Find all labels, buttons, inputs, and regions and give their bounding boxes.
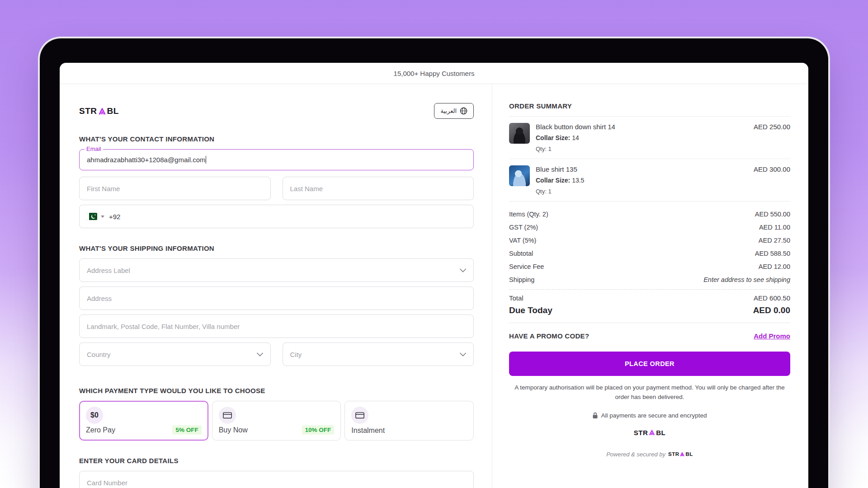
item-qty: Qty: 1 (536, 188, 748, 195)
zero-pay-icon: $0 (86, 407, 103, 424)
payment-option-label: Zero Pay (86, 426, 115, 434)
announcement-bar: 15,000+ Happy Customers (60, 63, 808, 84)
add-promo-link[interactable]: Add Promo (754, 332, 790, 340)
credit-card-icon (351, 407, 368, 424)
first-name-field-wrap (79, 177, 271, 200)
totals-row-gst: GST (2%) AED 11.00 (509, 224, 790, 231)
language-switch-button[interactable]: العربية (434, 103, 474, 119)
city-select[interactable]: City (283, 343, 474, 366)
place-order-button[interactable]: PLACE ORDER (509, 352, 790, 376)
total-row: Total AED 600.50 (509, 294, 790, 302)
strabl-a-icon (648, 429, 656, 436)
shipping-hint: Enter address to see shipping (703, 276, 790, 283)
totals-label: VAT (5%) (509, 237, 536, 244)
landmark-input[interactable] (87, 323, 466, 330)
item-name: Black button down shirt 14 (536, 123, 748, 131)
checkout-form-pane: STR BL العربية (60, 84, 492, 488)
attr-label: Collar Size: (536, 177, 570, 184)
strabl-a-icon (98, 107, 107, 116)
due-today-row: Due Today AED 0.00 (509, 305, 790, 323)
payment-option-label: Instalment (351, 427, 385, 435)
country-code-dropdown-caret[interactable] (101, 216, 104, 218)
totals-value: AED 27.50 (759, 237, 790, 244)
address-field-wrap (79, 286, 474, 310)
payment-option-label: Buy Now (219, 426, 248, 434)
logo-text-right: BL (685, 451, 693, 457)
logo-text-left: STR (79, 106, 97, 116)
email-floating-label: Email (85, 145, 103, 152)
secure-note-text: All payments are secure and encrypted (601, 412, 707, 419)
country-placeholder: Country (87, 351, 111, 358)
total-value: AED 600.50 (754, 294, 790, 302)
order-summary-heading: ORDER SUMMARY (509, 102, 790, 110)
product-thumbnail-black-shirt (509, 123, 530, 144)
item-price: AED 300.00 (754, 165, 790, 195)
discount-badge: 5% OFF (172, 425, 201, 435)
card-number-field-wrap (79, 471, 474, 488)
phone-field[interactable]: +92 (79, 205, 474, 228)
strabl-logo-footer: STR BL (634, 429, 666, 436)
last-name-input[interactable] (290, 185, 467, 192)
totals-row-shipping: Shipping Enter address to see shipping (509, 276, 790, 283)
totals-row-vat: VAT (5%) AED 27.50 (509, 237, 790, 244)
email-value: ahmadrazabhatti30+1208a@gmail.com (87, 156, 205, 164)
payment-option-instalment[interactable]: Instalment (344, 401, 474, 441)
email-field[interactable]: Email ahmadrazabhatti30+1208a@gmail.com (79, 149, 474, 170)
due-today-label: Due Today (509, 305, 552, 315)
item-attribute: Collar Size: 14 (536, 134, 748, 141)
strabl-logo-mini: STR BL (668, 451, 693, 457)
address-label-placeholder: Address Label (87, 267, 130, 274)
powered-by-text: Powered & secured by (606, 451, 665, 458)
product-thumbnail-blue-shirt (509, 165, 530, 186)
address-input[interactable] (87, 295, 466, 302)
strabl-a-icon (679, 451, 685, 457)
landmark-field-wrap (79, 314, 474, 338)
chevron-down-icon (460, 268, 466, 272)
totals-label: GST (2%) (509, 224, 538, 231)
due-today-value: AED 0.00 (753, 305, 790, 315)
authorisation-disclaimer: A temporary authorisation will be placed… (509, 383, 790, 402)
logo-text-right: BL (656, 429, 665, 436)
discount-badge: 10% OFF (302, 425, 335, 435)
totals-label: Service Fee (509, 263, 544, 270)
first-name-input[interactable] (87, 185, 263, 192)
item-qty: Qty: 1 (536, 145, 748, 152)
item-attribute: Collar Size: 13.5 (536, 177, 748, 184)
strabl-logo: STR BL (79, 106, 119, 116)
totals-row-subtotal: Subtotal AED 588.50 (509, 250, 790, 257)
divider (509, 201, 790, 202)
logo-text-right: BL (107, 106, 119, 116)
totals-value: AED 550.00 (755, 211, 790, 218)
shipping-section-heading: WHAT'S YOUR SHIPPING INFORMATION (79, 244, 474, 252)
item-name: Blue shirt 135 (536, 165, 748, 173)
card-number-input[interactable] (87, 479, 466, 487)
item-price: AED 250.00 (754, 123, 790, 152)
payment-option-zero-pay[interactable]: $0 Zero Pay 5% OFF (79, 401, 208, 441)
pakistan-flag-icon (87, 213, 97, 220)
text-caret (206, 156, 206, 164)
country-select[interactable]: Country (79, 343, 271, 366)
last-name-field-wrap (283, 177, 474, 200)
lock-icon (592, 412, 598, 419)
promo-question: HAVE A PROMO CODE? (509, 332, 589, 340)
address-label-select[interactable]: Address Label (79, 258, 474, 282)
logo-text-left: STR (668, 451, 679, 457)
totals-label: Items (Qty. 2) (509, 211, 548, 218)
totals-value: AED 588.50 (755, 250, 790, 257)
payment-option-buy-now[interactable]: Buy Now 10% OFF (212, 401, 341, 441)
card-details-heading: ENTER YOUR CARD DETAILS (79, 457, 474, 465)
dotted-divider (509, 289, 790, 290)
attr-label: Collar Size: (536, 134, 570, 141)
credit-card-icon (219, 407, 236, 424)
checkout-page: 15,000+ Happy Customers STR BL العربية (60, 63, 808, 488)
chevron-down-icon (460, 352, 466, 357)
promo-row: HAVE A PROMO CODE? Add Promo (509, 323, 790, 352)
order-item: Black button down shirt 14 Collar Size: … (509, 117, 790, 159)
logo-text-left: STR (634, 429, 648, 436)
language-label: العربية (440, 108, 457, 114)
dial-code: +92 (109, 213, 120, 221)
globe-icon (460, 107, 467, 115)
payment-type-heading: WHICH PAYMENT TYPE WOULD YOU LIKE TO CHO… (79, 387, 474, 394)
total-label: Total (509, 294, 524, 302)
payment-options: $0 Zero Pay 5% OFF Buy Now 10% OFF (79, 401, 474, 441)
